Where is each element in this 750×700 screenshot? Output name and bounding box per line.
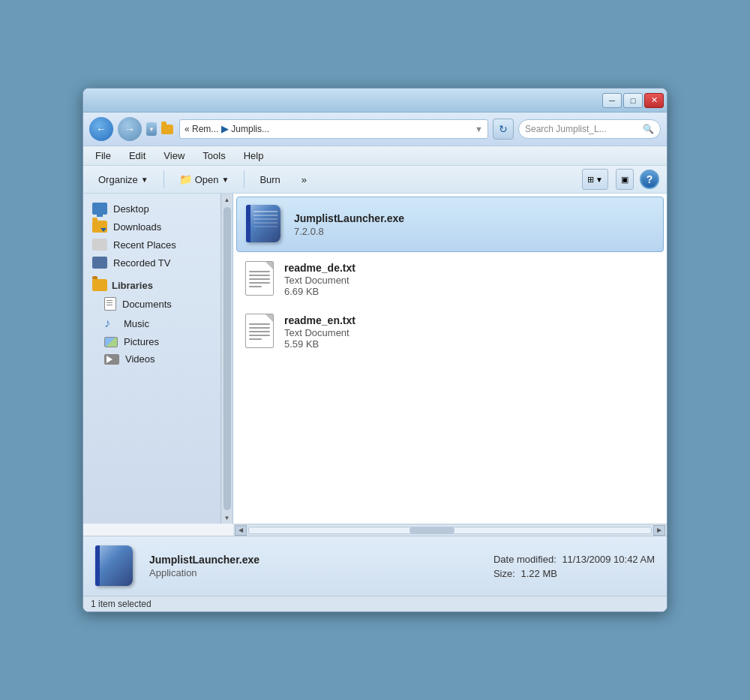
exe-file-icon — [246, 205, 285, 244]
downloads-icon — [92, 221, 107, 233]
title-bar: ─ □ ✕ — [83, 89, 667, 113]
menu-edit[interactable]: Edit — [126, 149, 148, 163]
main-content: Desktop Downloads Recent Places Recorded… — [83, 194, 667, 524]
book-icon — [246, 205, 280, 242]
preview-icon-symbol: ▣ — [621, 175, 628, 185]
tv-icon — [92, 257, 107, 269]
menu-help[interactable]: Help — [241, 149, 267, 163]
sidebar: Desktop Downloads Recent Places Recorded… — [83, 194, 233, 524]
toolbar: Organize ▼ 📁 Open ▼ Burn » ⊞ ▼ ▣ ? — [83, 166, 667, 194]
toolbar-separator-2 — [244, 170, 244, 188]
more-button[interactable]: » — [294, 169, 314, 190]
menu-file[interactable]: File — [92, 149, 114, 163]
txt-lines-de — [249, 271, 270, 290]
preview-date: Date modified: 11/13/2009 10:42 AM — [494, 554, 655, 565]
file-item-readme-en[interactable]: readme_en.txt Text Document 5.59 KB — [236, 306, 664, 357]
txt-icon-en — [245, 314, 274, 348]
toolbar-separator-1 — [164, 170, 164, 188]
menu-bar: File Edit View Tools Help — [83, 146, 667, 166]
preview-book-icon — [95, 545, 133, 586]
libraries-icon — [92, 279, 107, 291]
file-type-readme-de: Text Document — [284, 275, 655, 286]
horizontal-scrollbar[interactable]: ◀ ▶ — [233, 524, 667, 536]
breadcrumb-sep: ▶ — [221, 124, 228, 134]
file-name-exe: JumplistLauncher.exe — [294, 212, 654, 224]
breadcrumb-bar[interactable]: « Rem... ▶ Jumplis... ▼ — [179, 119, 488, 139]
title-bar-buttons: ─ □ ✕ — [602, 93, 664, 108]
breadcrumb-prefix: « Rem... — [184, 124, 218, 134]
organize-button[interactable]: Organize ▼ — [91, 169, 156, 190]
preview-type: Application — [149, 567, 482, 578]
txt-lines-en — [249, 323, 270, 342]
file-type-readme-en: Text Document — [284, 327, 655, 338]
breadcrumb-folder-icon — [161, 125, 173, 134]
file-list[interactable]: JumplistLauncher.exe 7.2.0.8 — [233, 194, 667, 524]
view-icon: ⊞ — [587, 175, 594, 185]
refresh-button[interactable]: ↻ — [493, 119, 514, 140]
hscroll-track[interactable] — [248, 527, 652, 534]
scroll-thumb[interactable] — [224, 207, 231, 510]
txt-file-icon-en — [245, 314, 275, 350]
view-button[interactable]: ⊞ ▼ — [582, 169, 608, 190]
close-button[interactable]: ✕ — [644, 93, 664, 108]
libraries-section-header: Libraries — [83, 272, 232, 294]
hscroll-left-arrow[interactable]: ◀ — [235, 525, 247, 536]
sidebar-item-videos[interactable]: Videos — [83, 350, 220, 368]
preview-metadata: Date modified: 11/13/2009 10:42 AM Size:… — [494, 554, 655, 579]
forward-button[interactable]: → — [118, 117, 142, 141]
minimize-button[interactable]: ─ — [602, 93, 622, 108]
sidebar-item-recorded-tv[interactable]: Recorded TV — [83, 254, 220, 272]
scroll-down-arrow[interactable]: ▼ — [221, 512, 233, 524]
view-dropdown-icon: ▼ — [596, 176, 603, 184]
hscroll-thumb[interactable] — [410, 527, 454, 533]
sidebar-item-downloads[interactable]: Downloads — [83, 218, 220, 236]
pictures-icon — [104, 337, 118, 347]
breadcrumb-current: Jumplis... — [231, 124, 269, 134]
burn-button[interactable]: Burn — [252, 169, 287, 190]
recent-places-icon — [92, 239, 107, 251]
sidebar-item-documents[interactable]: Documents — [83, 294, 220, 314]
file-info-readme-de: readme_de.txt Text Document 6.69 KB — [284, 262, 655, 297]
file-name-readme-de: readme_de.txt — [284, 262, 655, 274]
help-button[interactable]: ? — [640, 170, 659, 189]
preview-info: JumplistLauncher.exe Application — [149, 554, 482, 578]
back-button[interactable]: ← — [89, 117, 113, 141]
organize-dropdown-icon: ▼ — [141, 176, 148, 184]
file-item-exe[interactable]: JumplistLauncher.exe 7.2.0.8 — [236, 197, 664, 252]
menu-tools[interactable]: Tools — [200, 149, 228, 163]
file-size-readme-en: 5.59 KB — [284, 338, 655, 350]
desktop-icon — [92, 203, 107, 215]
sidebar-item-pictures[interactable]: Pictures — [83, 333, 220, 350]
nav-dropdown-button[interactable]: ▼ — [146, 122, 157, 136]
hscroll-right-arrow[interactable]: ▶ — [653, 525, 665, 536]
status-text: 1 item selected — [91, 599, 152, 609]
menu-view[interactable]: View — [160, 149, 188, 163]
txt-icon-de — [245, 261, 274, 296]
search-placeholder-text: Search Jumplist_L... — [525, 124, 640, 134]
preview-filename: JumplistLauncher.exe — [149, 554, 482, 566]
file-version-exe: 7.2.0.8 — [294, 226, 654, 237]
sidebar-item-desktop[interactable]: Desktop — [83, 200, 220, 218]
preview-pane-button[interactable]: ▣ — [616, 169, 634, 190]
file-item-readme-de[interactable]: readme_de.txt Text Document 6.69 KB — [236, 254, 664, 305]
scroll-up-arrow[interactable]: ▲ — [221, 194, 233, 206]
open-dropdown-icon: ▼ — [221, 176, 229, 184]
sidebar-item-music[interactable]: ♪ Music — [83, 314, 220, 333]
status-bar: 1 item selected — [83, 596, 667, 611]
sidebar-scrollbar[interactable]: ▲ ▼ — [220, 194, 232, 524]
sidebar-item-recent-places[interactable]: Recent Places — [83, 236, 220, 254]
txt-file-icon-de — [245, 261, 275, 297]
file-name-readme-en: readme_en.txt — [284, 314, 655, 326]
music-icon: ♪ — [104, 317, 118, 330]
file-size-readme-de: 6.69 KB — [284, 286, 655, 297]
file-info-readme-en: readme_en.txt Text Document 5.59 KB — [284, 314, 655, 350]
maximize-button[interactable]: □ — [623, 93, 643, 108]
videos-icon — [104, 354, 119, 365]
open-button[interactable]: 📁 Open ▼ — [172, 169, 237, 190]
preview-bar: JumplistLauncher.exe Application Date mo… — [83, 536, 667, 596]
search-icon: 🔍 — [643, 124, 654, 134]
preview-file-icon — [95, 545, 137, 587]
search-bar[interactable]: Search Jumplist_L... 🔍 — [518, 119, 661, 139]
nav-bar: ← → ▼ « Rem... ▶ Jumplis... ▼ ↻ Search J… — [83, 113, 667, 146]
windows-explorer-window: ─ □ ✕ ← → ▼ « Rem... ▶ Jumplis... ▼ ↻ Se… — [82, 88, 668, 612]
